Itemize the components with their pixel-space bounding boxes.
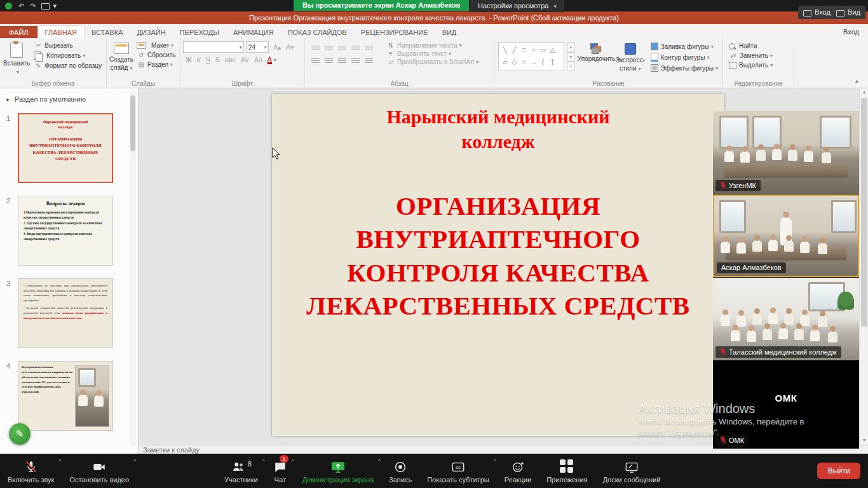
font-size-combobox[interactable]: 24▾ (246, 41, 269, 53)
font-color-button[interactable]: А▾ (265, 55, 279, 65)
undo-icon[interactable]: ↶ (18, 0, 24, 11)
scroll-down-icon[interactable]: ▾ (860, 436, 868, 445)
grow-font-button[interactable]: A▴ (271, 43, 283, 51)
cut-button[interactable]: ✂Вырезать (32, 41, 104, 50)
tab-file[interactable]: ФАЙЛ (0, 26, 37, 38)
reactions-button[interactable]: Реакции (497, 454, 539, 488)
arrange-button[interactable]: Упорядочить▾ (578, 41, 614, 79)
participants-button[interactable]: 8 ^ Участники (217, 454, 266, 488)
chevron-up-icon[interactable]: ^ (291, 458, 294, 464)
section-header[interactable]: ▾ Раздел по умолчанию (6, 95, 86, 103)
copy-button[interactable]: Копировать▾ (32, 50, 104, 61)
align-center-icon[interactable] (325, 58, 333, 64)
character-spacing-button[interactable]: AV (238, 55, 252, 64)
chevron-up-icon[interactable]: ^ (378, 458, 381, 464)
chevron-up-icon[interactable]: ^ (262, 458, 264, 464)
slide-thumbnail-3[interactable]: Невозможно не заметить, как стремительно… (18, 278, 113, 348)
chevron-up-icon[interactable]: ^ (493, 458, 496, 464)
align-left-icon[interactable] (311, 58, 320, 64)
video-tile-omk[interactable]: ОМК ОМК (713, 361, 859, 449)
shape-fill-button[interactable]: Заливка фигуры▾ (649, 41, 720, 51)
shape-outline-button[interactable]: Контур фигуры▾ (649, 51, 720, 63)
record-button[interactable]: Запись (381, 454, 419, 488)
change-case-button[interactable]: Aa (252, 55, 265, 64)
captions-button[interactable]: cc ^ Показать субтитры (419, 454, 497, 488)
slide-thumbnail-2[interactable]: Вопросы лекции 1.Нормативно-правовое рег… (18, 196, 113, 266)
leave-button[interactable]: Выйти (817, 463, 860, 479)
find-button[interactable]: Найти (727, 41, 775, 51)
video-tile-uzgenmk[interactable]: УзгенМК (713, 111, 859, 194)
underline-button[interactable]: Ч (203, 55, 213, 64)
collapse-ribbon-icon[interactable]: ▴ (855, 78, 858, 84)
justify-icon[interactable] (351, 58, 360, 64)
stop-video-button[interactable]: ^ Остановить видео (62, 454, 137, 488)
bullets-icon[interactable] (311, 46, 320, 51)
participant-name-label: Аскар Алмазбеков (717, 262, 786, 273)
shape-effects-button[interactable]: Эффекты фигуры▾ (649, 63, 720, 73)
section-button[interactable]: ▤Раздел▾ (135, 60, 177, 69)
redo-icon[interactable]: ↷ (30, 0, 36, 11)
scroll-up-icon[interactable]: ▴ (860, 88, 868, 97)
slideshow-icon[interactable] (41, 3, 50, 10)
shrink-font-button[interactable]: A▾ (283, 43, 296, 51)
panel-scrollbar[interactable] (130, 90, 136, 446)
layout-button[interactable]: Макет▾ (135, 41, 177, 50)
tab-insert[interactable]: ВСТАВКА (85, 26, 130, 38)
smartart-button[interactable]: ▱Преобразовать в SmartArt▾ (384, 58, 480, 66)
tab-slideshow[interactable]: ПОКАЗ СЛАЙДОВ (281, 26, 354, 38)
shapes-gallery[interactable]: ╲╱□○▭△ ▱◇☆→{} (498, 42, 564, 71)
shapes-gallery-scroll[interactable]: ▴▾≡ (567, 42, 575, 71)
font-name-combobox[interactable]: ▾ (183, 41, 244, 53)
slide-thumbnail-1[interactable]: Нарынский медицинский колледж ОРГАНИЗАЦИ… (18, 113, 113, 183)
select-button[interactable]: Выделить▾ (727, 60, 775, 70)
slide-canvas[interactable]: Нарынский медицинский колледж ОРГАНИЗАЦИ… (272, 94, 724, 436)
vertical-scrollbar[interactable]: ▴ ▾ (859, 88, 868, 445)
ribbon-signin-link[interactable]: Вход (843, 28, 859, 38)
tab-home[interactable]: ГЛАВНАЯ (37, 25, 85, 38)
unmute-button[interactable]: ^ Включить звук (0, 454, 62, 488)
whiteboards-button[interactable]: Доски сообщений (595, 454, 668, 488)
indent-increase-icon[interactable] (351, 46, 360, 51)
powerpoint-titlebar: Презентация Организация внутриаптечного … (0, 11, 868, 24)
slide-thumbnail-4[interactable]: Вся производственная деятельность аптеки… (18, 361, 113, 431)
chevron-up-icon[interactable]: ^ (133, 458, 136, 464)
paste-button[interactable]: Вставить▾ (3, 41, 31, 79)
line-spacing-icon[interactable] (365, 46, 373, 51)
tab-view[interactable]: ВИД (435, 26, 464, 38)
new-slide-button[interactable]: Создать слайд▾ (109, 41, 133, 79)
numbering-icon[interactable] (325, 46, 333, 51)
tab-design[interactable]: ДИЗАЙН (130, 26, 172, 38)
scrollbar-thumb[interactable] (130, 95, 135, 151)
bold-button[interactable]: Ж (183, 55, 194, 64)
share-screen-button[interactable]: ^ Демонстрация экрана (295, 454, 381, 488)
reset-button[interactable]: ↺Сбросить (135, 50, 177, 60)
align-text-button[interactable]: ≡Выровнять текст▾ (384, 50, 480, 58)
indent-decrease-icon[interactable] (338, 46, 346, 51)
text-shadow-button[interactable]: S (213, 55, 222, 64)
annotate-button[interactable]: ✎ (9, 423, 31, 445)
strikethrough-button[interactable]: abc (222, 55, 238, 64)
tab-transitions[interactable]: ПЕРЕХОДЫ (173, 26, 226, 38)
quick-styles-button[interactable]: Экспресс-стили▾ (614, 41, 646, 79)
scrollbar-thumb[interactable] (861, 98, 867, 327)
video-tile-talassky[interactable]: Таласский медицинский колледж (713, 278, 859, 360)
text-direction-button[interactable]: ⇅Направление текста▾ (384, 41, 480, 50)
chat-button[interactable]: 1 ^ Чат (266, 454, 295, 488)
qat-dropdown-icon[interactable]: ▾ (53, 0, 57, 11)
chevron-up-icon[interactable]: ^ (58, 458, 61, 464)
view-settings-button[interactable]: Настройки просмотра▾ (470, 0, 564, 12)
tab-review[interactable]: РЕЦЕНЗИРОВАНИЕ (354, 26, 435, 38)
video-tile-askar[interactable]: Аскар Алмазбеков (713, 194, 859, 277)
align-right-icon[interactable] (338, 58, 346, 64)
columns-icon[interactable] (365, 58, 373, 64)
zoom-enter-button[interactable]: Вход (798, 6, 836, 19)
slide-number-3: 3 (6, 280, 10, 287)
italic-button[interactable]: К (194, 55, 203, 64)
apps-button[interactable]: Приложения (539, 454, 595, 488)
tab-animations[interactable]: АНИМАЦИЯ (226, 26, 281, 38)
zoom-view-button[interactable]: Вид (831, 6, 865, 19)
replace-button[interactable]: ⇄Заменить▾ (727, 51, 775, 60)
format-painter-button[interactable]: ✎Формат по образцу (32, 61, 104, 71)
classroom-desk (726, 247, 846, 261)
thumb2-body: 1.Нормативно-правовое регулирование конт… (18, 207, 112, 242)
